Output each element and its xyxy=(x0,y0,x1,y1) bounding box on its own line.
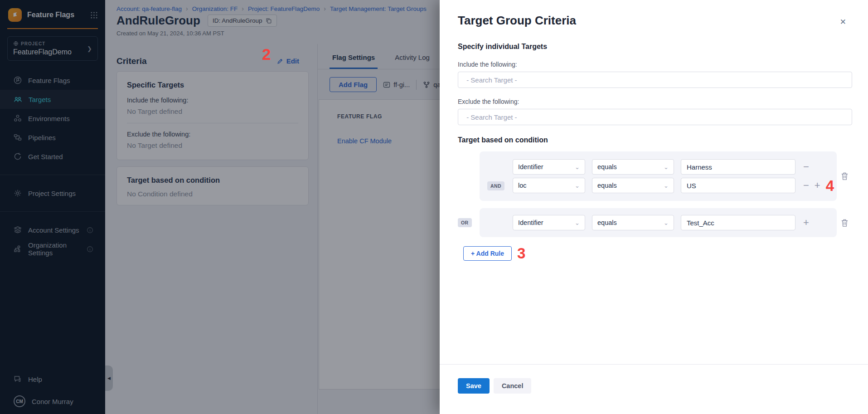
add-rule-button[interactable]: + Add Rule xyxy=(463,246,512,261)
delete-rule-group-button[interactable] xyxy=(837,151,852,201)
chevron-down-icon: ⌄ xyxy=(664,219,669,226)
chevron-down-icon: ⌄ xyxy=(575,219,580,226)
chevron-down-icon: ⌄ xyxy=(575,182,580,189)
trash-icon xyxy=(841,219,849,227)
trash-icon xyxy=(841,172,849,180)
operator-select[interactable]: equals ⌄ xyxy=(592,159,674,175)
operator-value: equals xyxy=(597,182,617,189)
cancel-button[interactable]: Cancel xyxy=(494,378,532,394)
drawer-title: Target Group Criteria xyxy=(458,14,852,28)
remove-condition-button[interactable]: − xyxy=(803,180,809,190)
chevron-down-icon: ⌄ xyxy=(575,164,580,170)
rule-group-2: OR Identifier ⌄ equals ⌄ + xyxy=(458,208,852,237)
remove-condition-button[interactable]: − xyxy=(803,162,809,172)
target-group-criteria-drawer: Target Group Criteria ✕ Specify individu… xyxy=(440,0,868,414)
condition-row: Identifier ⌄ equals ⌄ + xyxy=(480,215,837,230)
condition-value-input[interactable] xyxy=(681,159,795,175)
condition-value-input[interactable] xyxy=(681,215,795,230)
add-condition-button[interactable]: + xyxy=(815,180,820,190)
chip-zone: AND xyxy=(480,181,513,190)
and-chip: AND xyxy=(487,181,504,190)
or-chip: OR xyxy=(458,218,472,227)
rule-group-1: Identifier ⌄ equals ⌄ − AND loc ⌄ xyxy=(458,151,852,201)
drawer-include-label: Include the following: xyxy=(458,61,852,68)
attribute-value: Identifier xyxy=(518,163,543,170)
attribute-select[interactable]: loc ⌄ xyxy=(513,178,585,193)
exclude-target-search-input[interactable] xyxy=(458,109,852,125)
specify-individual-targets-heading: Specify individual Targets xyxy=(458,43,852,51)
operator-select[interactable]: equals ⌄ xyxy=(592,215,674,230)
attribute-value: Identifier xyxy=(518,219,543,226)
drawer-footer: Save Cancel xyxy=(440,364,868,414)
close-icon[interactable]: ✕ xyxy=(840,17,846,27)
chevron-down-icon: ⌄ xyxy=(664,182,669,189)
condition-row: Identifier ⌄ equals ⌄ − xyxy=(480,159,837,175)
operator-value: equals xyxy=(597,163,617,170)
chevron-down-icon: ⌄ xyxy=(664,164,669,170)
annotation-3: 3 xyxy=(517,246,525,261)
attribute-value: loc xyxy=(518,182,527,189)
operator-value: equals xyxy=(597,219,617,226)
operator-select[interactable]: equals ⌄ xyxy=(592,178,674,193)
drawer-exclude-label: Exclude the following: xyxy=(458,98,852,105)
condition-value-input[interactable] xyxy=(681,178,795,193)
annotation-2: 2 xyxy=(262,45,271,63)
rule-group-box: Identifier ⌄ equals ⌄ + xyxy=(480,208,837,237)
target-based-on-condition-heading: Target based on condition xyxy=(458,136,852,144)
include-target-search-input[interactable] xyxy=(458,72,852,88)
delete-rule-group-button[interactable] xyxy=(837,208,852,237)
attribute-select[interactable]: Identifier ⌄ xyxy=(513,215,585,230)
condition-row: AND loc ⌄ equals ⌄ − + 4 xyxy=(480,178,837,193)
save-button[interactable]: Save xyxy=(458,378,490,394)
rule-group-box: Identifier ⌄ equals ⌄ − AND loc ⌄ xyxy=(480,151,837,201)
rule-group-connector-gutter: OR xyxy=(458,208,480,237)
attribute-select[interactable]: Identifier ⌄ xyxy=(513,159,585,175)
rule-group-connector-gutter xyxy=(458,151,480,201)
annotation-4: 4 xyxy=(826,178,834,193)
add-condition-button[interactable]: + xyxy=(803,218,809,228)
